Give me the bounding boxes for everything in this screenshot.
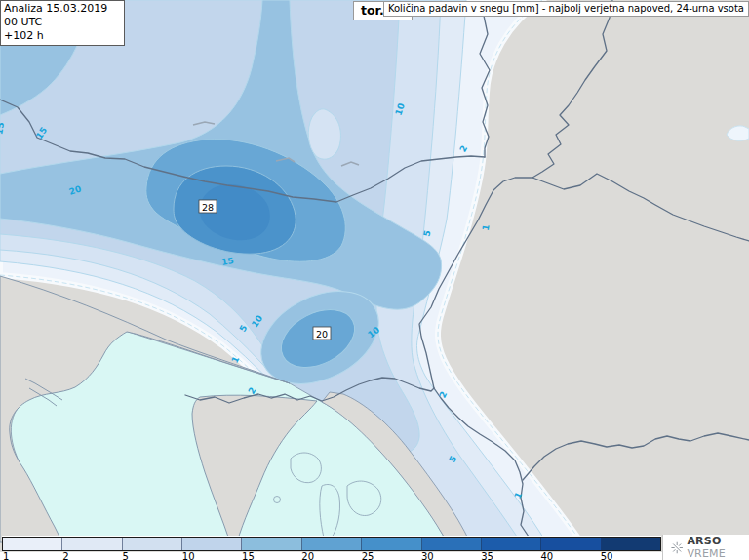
legend-tick-label: 35 <box>481 551 493 560</box>
weather-map-app: 15152015102511051210251 2820 Analiza 15.… <box>0 0 749 560</box>
legend-tick-label: 1 <box>3 551 9 560</box>
legend-tick-label: 15 <box>242 551 255 560</box>
legend-tick-label: 30 <box>421 551 434 560</box>
legend-tick-label: 20 <box>301 551 314 560</box>
peak-value-label: 20 <box>313 327 331 340</box>
arso-label: ARSO <box>687 535 721 547</box>
precipitation-contour-map: 15152015102511051210251 2820 <box>0 0 749 560</box>
arso-vreme-brand: ARSO VREME <box>662 535 749 560</box>
legend-cell <box>302 538 362 550</box>
legend-tick-label: 40 <box>540 551 553 560</box>
legend-cell <box>242 538 301 550</box>
legend-tick-label: 5 <box>123 551 129 560</box>
legend-number-row <box>0 552 749 560</box>
map-title: Količina padavin v snegu [mm] - najbolj … <box>383 1 749 17</box>
legend-color-bar <box>2 537 661 551</box>
legend-cell <box>3 538 62 550</box>
color-scale-legend: ARSO VREME 1251015202530354050 <box>0 535 749 560</box>
svg-text:20: 20 <box>316 329 328 340</box>
legend-cell <box>541 538 601 550</box>
legend-cell <box>482 538 541 550</box>
sun-rays-icon <box>671 540 683 555</box>
legend-cell <box>62 538 122 550</box>
legend-tick-label: 25 <box>362 551 374 560</box>
vreme-label: VREME <box>687 547 726 560</box>
analysis-line1: Analiza 15.03.2019 00 UTC <box>4 2 121 29</box>
legend-cell <box>422 538 482 550</box>
analysis-info-box: Analiza 15.03.2019 00 UTC +102 h <box>0 0 125 46</box>
peak-value-label: 28 <box>199 200 217 213</box>
legend-tick-label: 10 <box>182 551 195 560</box>
legend-cell <box>182 538 242 550</box>
analysis-line2: +102 h <box>4 29 121 43</box>
svg-text:28: 28 <box>202 202 214 213</box>
legend-cell <box>362 538 421 550</box>
legend-cell <box>602 538 660 550</box>
legend-tick-label: 50 <box>601 551 613 560</box>
legend-tick-label: 2 <box>62 551 68 560</box>
legend-cell <box>123 538 182 550</box>
